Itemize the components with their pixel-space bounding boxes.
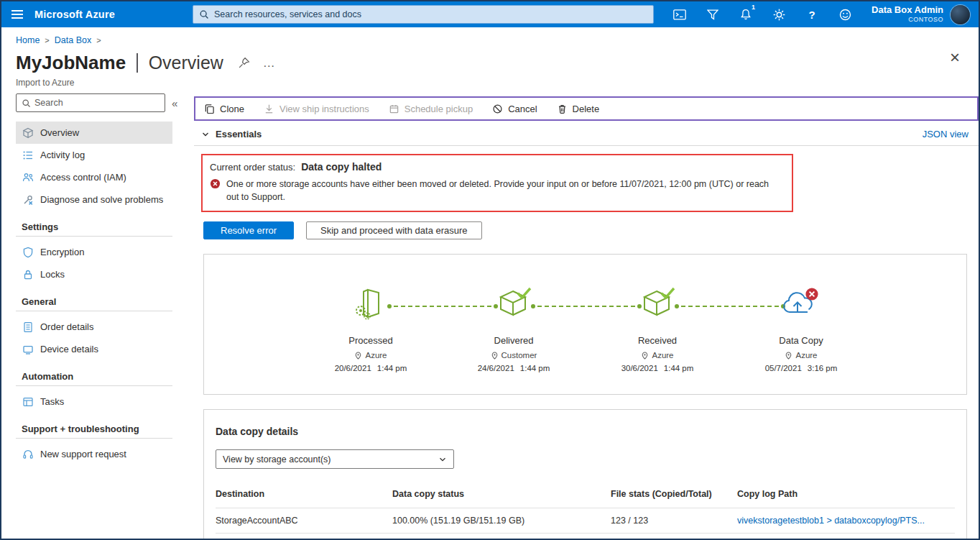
alert-actions: Resolve error Skip and proceed with data… bbox=[203, 221, 979, 239]
stage-received: Received Azure 30/6/20211:44 pm bbox=[596, 285, 718, 372]
stage-date: 30/6/2021 bbox=[621, 364, 658, 372]
lock-icon bbox=[22, 268, 34, 280]
more-options-icon[interactable]: … bbox=[263, 56, 276, 70]
chevron-down-icon[interactable] bbox=[201, 130, 210, 139]
cell-status: 100.00% (151.19 GB/151.19 GB) bbox=[392, 516, 611, 526]
page-header: Home > Data Box > MyJobName Overview … ×… bbox=[1, 27, 979, 88]
azure-topbar: Microsoft Azure 1 ? Da bbox=[1, 1, 979, 27]
stage-date: 05/7/2021 bbox=[765, 364, 802, 372]
hamburger-menu-icon[interactable] bbox=[11, 10, 23, 19]
sidebar-item-diagnose[interactable]: Diagnose and solve problems bbox=[16, 188, 172, 211]
data-copy-table: Destination Data copy status File stats … bbox=[216, 486, 955, 540]
col-copy-log-path: Copy log Path bbox=[737, 489, 955, 499]
search-icon bbox=[199, 9, 209, 19]
stage-location: Azure bbox=[652, 351, 673, 360]
sidebar-item-access-control[interactable]: Access control (IAM) bbox=[16, 166, 172, 188]
stage-name: Delivered bbox=[453, 335, 575, 346]
stage-location: Azure bbox=[795, 351, 817, 360]
pin-icon[interactable] bbox=[238, 57, 250, 69]
view-by-dropdown[interactable]: View by storage account(s) bbox=[216, 449, 454, 469]
sidebar-item-label: Activity log bbox=[40, 150, 85, 160]
skip-data-erasure-button[interactable]: Skip and proceed with data erasure bbox=[306, 221, 482, 239]
azure-portal-window: Microsoft Azure 1 ? Da bbox=[0, 0, 980, 540]
sidebar-section-settings: Settings bbox=[22, 221, 172, 232]
global-search[interactable] bbox=[193, 5, 654, 24]
order-status-alert: Current order status:Data copy halted On… bbox=[201, 154, 793, 212]
table-row: StorageAccountDEF -- -- -- bbox=[216, 534, 955, 540]
location-pin-icon bbox=[785, 352, 792, 360]
sidebar-search-input[interactable] bbox=[34, 98, 160, 108]
collapse-menu-icon[interactable]: « bbox=[172, 97, 177, 109]
sidebar-item-locks[interactable]: Locks bbox=[16, 263, 172, 285]
sidebar-section-support: Support + troubleshooting bbox=[22, 424, 172, 434]
notifications-bell-icon[interactable]: 1 bbox=[729, 1, 762, 27]
stage-location: Azure bbox=[365, 351, 387, 360]
sidebar-search[interactable] bbox=[16, 93, 165, 112]
account-name: Data Box Admin bbox=[872, 5, 943, 16]
search-icon bbox=[22, 99, 31, 108]
account-menu[interactable]: Data Box Admin CONTOSO bbox=[872, 5, 943, 23]
sidebar-item-label: Encryption bbox=[40, 247, 84, 257]
settings-gear-icon[interactable] bbox=[762, 1, 795, 27]
col-data-copy-status: Data copy status bbox=[392, 489, 611, 499]
order-status-label: Current order status: bbox=[210, 162, 295, 173]
resolve-error-button[interactable]: Resolve error bbox=[203, 221, 294, 239]
clone-button[interactable]: Clone bbox=[204, 104, 244, 114]
json-view-link[interactable]: JSON view bbox=[923, 129, 969, 139]
sidebar-item-label: Locks bbox=[40, 269, 65, 280]
stage-delivered: Delivered Customer 24/6/20211:44 pm bbox=[453, 285, 575, 372]
sidebar-item-device-details[interactable]: Device details bbox=[16, 338, 172, 360]
command-label: Schedule pickup bbox=[405, 104, 473, 114]
page-title: MyJobName bbox=[16, 52, 126, 74]
global-search-input[interactable] bbox=[214, 9, 647, 19]
delivered-icon bbox=[453, 285, 575, 326]
sidebar-item-new-support-request[interactable]: New support request bbox=[16, 443, 172, 465]
breadcrumb-data-box[interactable]: Data Box bbox=[55, 35, 91, 45]
cloud-shell-icon[interactable] bbox=[663, 1, 696, 27]
cancel-button[interactable]: Cancel bbox=[492, 104, 537, 114]
resource-menu: « Overview Activity log Access control (… bbox=[1, 93, 194, 540]
sidebar-item-tasks[interactable]: Tasks bbox=[16, 390, 172, 413]
delete-button[interactable]: Delete bbox=[557, 104, 600, 114]
stage-name: Data Copy bbox=[740, 335, 862, 346]
sidebar-item-label: Device details bbox=[40, 344, 98, 354]
device-details-icon bbox=[22, 343, 34, 355]
directory-filter-icon[interactable] bbox=[696, 1, 729, 27]
sidebar-item-encryption[interactable]: Encryption bbox=[16, 241, 172, 263]
encryption-shield-icon bbox=[22, 246, 34, 258]
col-file-stats: File stats (Copied/Total) bbox=[611, 489, 737, 499]
location-pin-icon bbox=[641, 352, 649, 360]
stage-date: 20/6/2021 bbox=[335, 364, 371, 372]
cell-copy-log-link[interactable]: vivekstoragetestblob1 > databoxcopylog/P… bbox=[737, 516, 955, 526]
stage-name: Processed bbox=[310, 335, 432, 346]
breadcrumb-home[interactable]: Home bbox=[16, 35, 40, 45]
error-icon bbox=[210, 178, 221, 189]
close-icon[interactable]: × bbox=[950, 49, 960, 66]
sidebar-item-overview[interactable]: Overview bbox=[16, 122, 172, 144]
sidebar-divider bbox=[16, 311, 172, 311]
command-label: Clone bbox=[220, 104, 244, 114]
azure-brand[interactable]: Microsoft Azure bbox=[34, 9, 115, 20]
alert-message: One or more storage accounts have either… bbox=[226, 178, 781, 203]
diagnose-icon bbox=[22, 193, 34, 206]
clone-icon bbox=[204, 104, 215, 114]
schedule-pickup-button: Schedule pickup bbox=[389, 104, 473, 114]
essentials-label[interactable]: Essentials bbox=[216, 129, 262, 139]
location-pin-icon bbox=[354, 352, 362, 360]
sidebar-item-order-details[interactable]: Order details bbox=[16, 316, 172, 338]
sidebar-item-activity-log[interactable]: Activity log bbox=[16, 144, 172, 166]
feedback-smiley-icon[interactable] bbox=[828, 1, 861, 27]
cell-file-stats: 123 / 123 bbox=[611, 516, 737, 526]
chevron-down-icon bbox=[438, 455, 447, 464]
avatar[interactable] bbox=[951, 5, 970, 24]
page-subtitle: Import to Azure bbox=[16, 78, 964, 88]
order-status-value: Data copy halted bbox=[301, 161, 382, 173]
sidebar-item-label: New support request bbox=[40, 449, 126, 459]
title-separator bbox=[137, 53, 138, 73]
view-by-dropdown-value: View by storage account(s) bbox=[223, 454, 331, 465]
help-icon[interactable]: ? bbox=[795, 1, 828, 27]
sidebar-divider bbox=[16, 236, 172, 237]
stage-date: 24/6/2021 bbox=[478, 364, 514, 372]
overview-icon bbox=[22, 127, 34, 139]
stage-data-copy: Data Copy Azure 05/7/20213:16 pm bbox=[740, 285, 862, 372]
